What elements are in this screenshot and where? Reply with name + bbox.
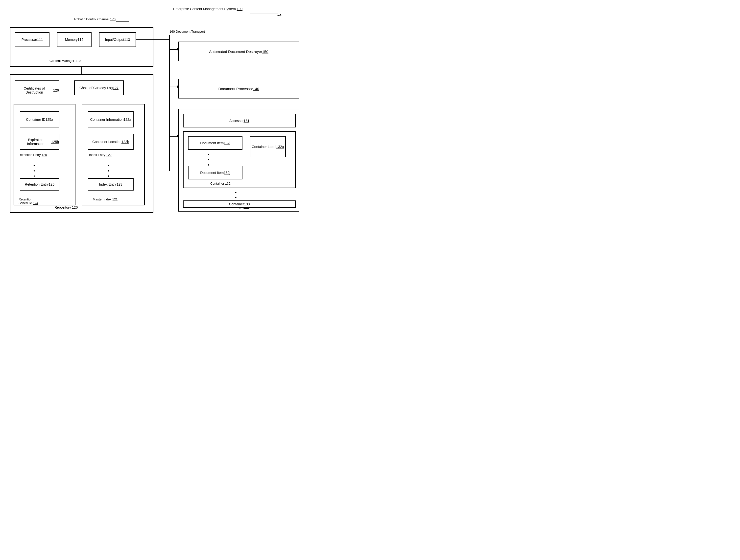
expiration-info-box: Expiration Information 125b <box>20 133 59 150</box>
container-132-label: Container 132 <box>210 182 230 185</box>
chain-custody-box: Chain of Custody Log 127 <box>74 80 124 95</box>
retention-schedule-label: RetentionSchedule 124 <box>18 197 38 205</box>
memory-box: Memory 112 <box>57 32 92 47</box>
arrow-to-storage <box>170 136 178 136</box>
arrow-to-destroyer <box>170 49 178 50</box>
container-id-box: Container ID 125a <box>20 111 59 127</box>
doc-item-dots: ••• <box>208 152 210 168</box>
robotic-channel-label: Robotic Control Channel 170 <box>74 17 115 21</box>
cm-to-transport-line <box>136 39 170 39</box>
diagram: Enterprise Content Management System 100… <box>5 5 307 218</box>
ecms-label: Enterprise Content Management System 100 <box>173 7 243 11</box>
ecms-arrow: ↗ <box>276 11 283 19</box>
doc-processor-box: Document Processor 140 <box>178 79 299 98</box>
doc-transport-label: 160 Document Transport <box>170 30 205 33</box>
retention-dots: ••• <box>33 163 35 179</box>
doc-item-i-box: Document Item 132i <box>188 136 243 150</box>
container-label-box: Container Label 132a <box>250 136 286 157</box>
auto-doc-destroyer-box: Automated Document Destroyer 150 <box>178 41 299 61</box>
cm-to-repo-line <box>81 67 82 74</box>
content-manager-label: Content Manager 110 <box>50 59 81 63</box>
repository-label: Repository 120 <box>55 205 78 209</box>
robotic-horiz-line <box>116 21 129 21</box>
index-dots: ••• <box>108 163 110 179</box>
input-output-box: Input/Output 113 <box>99 32 136 47</box>
master-index-label: Master Index 121 <box>93 197 117 201</box>
index-entry-123-box: Index Entry 123 <box>88 178 133 191</box>
robotic-vert-line-top <box>129 21 129 22</box>
retention-entry-126-box: Retention Entry 126 <box>20 178 59 191</box>
container-location-box: Container Location 122b <box>88 133 133 150</box>
accessor-box: Accessor 131 <box>183 114 296 127</box>
container-info-box: Container Information 122a <box>88 111 133 127</box>
index-entry-122-label: Index Entry 122 <box>89 153 112 157</box>
processor-box: Processor 111 <box>15 32 50 47</box>
ecms-arrow-line <box>250 14 278 14</box>
arrow-to-processor <box>170 87 178 87</box>
certs-destruction-box: Certificates of Destruction 126 <box>15 80 59 100</box>
retention-entry-125-label: Retention Entry 125 <box>18 153 47 157</box>
doc-item-j-box: Document Item 132j <box>188 166 243 179</box>
container-133-box: Container 133 <box>183 200 296 208</box>
doc-transport-bar <box>169 35 170 171</box>
